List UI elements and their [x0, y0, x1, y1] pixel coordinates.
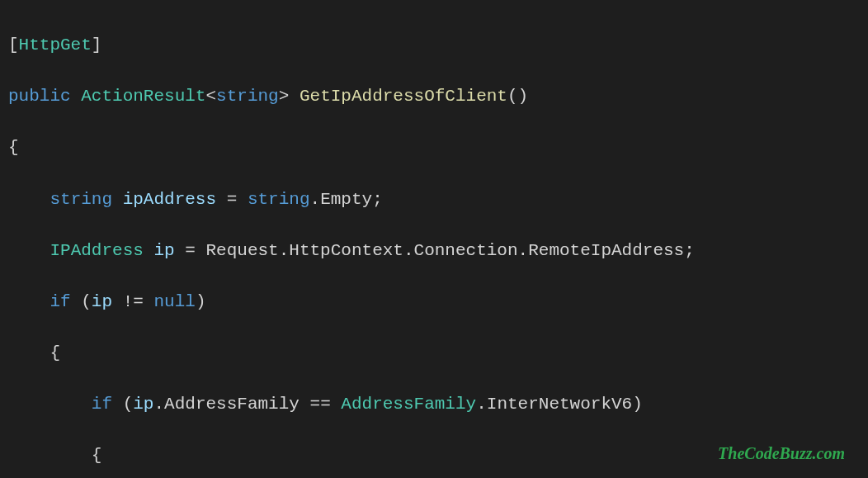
- bracket: ]: [92, 35, 102, 54]
- variable: ipAddress: [123, 190, 216, 209]
- operator: ==: [300, 395, 341, 414]
- paren: (: [112, 395, 133, 414]
- variable: ip: [92, 292, 112, 311]
- property: HttpContext: [289, 241, 403, 260]
- keyword: public: [8, 87, 71, 106]
- brace: {: [8, 138, 19, 157]
- code-line: IPAddress ip = Request.HttpContext.Conne…: [8, 238, 860, 263]
- semicolon: ;: [684, 241, 695, 260]
- property: Connection: [414, 241, 518, 260]
- dot: .: [310, 190, 321, 209]
- keyword: string: [50, 190, 112, 209]
- operator: =: [175, 241, 206, 260]
- bracket: [: [8, 35, 19, 54]
- watermark-text: TheCodeBuzz.com: [718, 442, 845, 466]
- property: Request: [205, 241, 278, 260]
- punct: >: [279, 87, 290, 106]
- dot: .: [279, 241, 290, 260]
- dot: .: [403, 241, 414, 260]
- dot: .: [476, 395, 487, 414]
- semicolon: ;: [372, 190, 383, 209]
- dot: .: [153, 395, 164, 414]
- code-line: {: [8, 135, 860, 160]
- code-line: if (ip != null): [8, 289, 860, 315]
- attribute-name: HttpGet: [19, 35, 92, 54]
- keyword: if: [50, 292, 70, 311]
- method-name: GetIpAddressOfClient: [300, 87, 507, 106]
- code-block: [HttpGet] public ActionResult<string> Ge…: [0, 0, 868, 478]
- type: IPAddress: [50, 241, 143, 260]
- parens: (): [507, 87, 528, 106]
- keyword: if: [92, 395, 112, 414]
- property: RemoteIpAddress: [528, 241, 684, 260]
- code-line: if (ip.AddressFamily == AddressFamily.In…: [8, 391, 860, 417]
- operator: =: [216, 190, 248, 209]
- variable: ip: [153, 241, 174, 260]
- keyword: null: [154, 292, 196, 311]
- paren: ): [632, 395, 643, 414]
- type: ActionResult: [81, 87, 205, 106]
- property: AddressFamily: [164, 395, 300, 414]
- paren: (: [71, 292, 92, 311]
- type: AddressFamily: [341, 395, 476, 414]
- property: Empty: [320, 190, 372, 209]
- variable: ip: [133, 395, 153, 414]
- operator: !=: [112, 292, 153, 311]
- code-line: public ActionResult<string> GetIpAddress…: [8, 83, 860, 109]
- type: string: [248, 190, 310, 209]
- code-line: {: [8, 340, 860, 366]
- code-line: [HttpGet]: [8, 32, 860, 58]
- brace: {: [50, 343, 60, 362]
- dot: .: [518, 241, 529, 260]
- type: string: [216, 87, 279, 106]
- punct: <: [205, 87, 216, 106]
- code-line: string ipAddress = string.Empty;: [8, 187, 860, 212]
- enum-value: InterNetworkV6: [487, 395, 632, 414]
- brace: {: [92, 446, 102, 465]
- paren: ): [196, 292, 206, 311]
